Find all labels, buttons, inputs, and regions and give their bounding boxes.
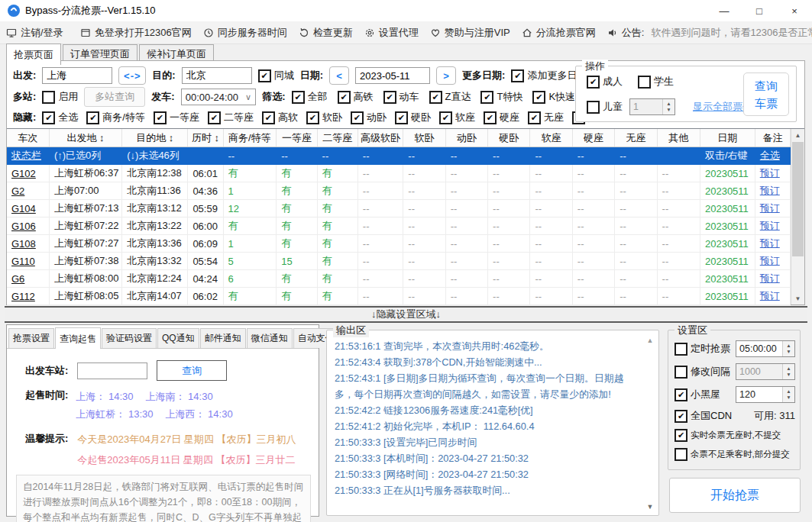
cell-action[interactable]: 预订	[755, 288, 790, 305]
hide-checkbox-2[interactable]: 一等座	[154, 111, 199, 124]
multi-station-enable-checkbox[interactable]: 启用	[42, 90, 78, 104]
dest-input[interactable]	[182, 67, 252, 84]
col-header-other-seat[interactable]: 其他	[657, 129, 700, 147]
cell-action[interactable]: 预订	[755, 182, 790, 200]
scroll-down-icon[interactable]: ▼	[791, 292, 804, 304]
col-header-no-seat[interactable]: 无座	[615, 129, 657, 147]
toolbar-item-0[interactable]: 注销/登录	[6, 26, 63, 40]
date-input[interactable]	[355, 67, 430, 84]
col-header-business-seat[interactable]: 商务/特等	[223, 129, 277, 147]
cell-action[interactable]: 预订	[755, 270, 790, 288]
settings-tab-5[interactable]: 微信通知	[247, 328, 293, 348]
hide-checkbox-1[interactable]: 商务/特等	[86, 111, 145, 124]
toolbar-item-2[interactable]: 同步服务器时间	[203, 26, 287, 40]
station-input[interactable]	[77, 362, 147, 379]
child-count-stepper[interactable]: 1 ▲▼	[629, 98, 675, 115]
col-header-first-seat[interactable]: 一等座	[277, 129, 317, 147]
table-row[interactable]: G104上海虹桥07:13北京南13:1205:5912有有----------…	[7, 200, 791, 218]
col-header-hard-sleeper[interactable]: 硬卧	[488, 129, 530, 147]
table-row[interactable]: G110上海虹桥07:38北京南13:3205:54515有----------…	[7, 253, 791, 270]
hide-checkbox-3[interactable]: 二等座	[208, 111, 254, 124]
swap-stations-button[interactable]: <->	[118, 66, 146, 85]
col-header-soft-sleeper[interactable]: 软卧	[403, 129, 445, 147]
cell-train-no[interactable]: G102	[7, 165, 49, 182]
setting-stepper-1[interactable]: 1000▲▼	[736, 363, 795, 380]
setting-checkbox-3[interactable]: 全国CDN	[675, 409, 732, 423]
close-button[interactable]: ×	[777, 0, 812, 21]
output-scrollbar[interactable]: ▲ ▼	[644, 337, 656, 511]
toolbar-item-3[interactable]: 检查更新	[299, 26, 353, 40]
col-header-arrive-station[interactable]: 目的地 ↕	[122, 129, 188, 147]
table-row[interactable]: G2上海07:00北京南11:3604:361有有---------------…	[7, 182, 791, 200]
setting-checkbox-0[interactable]: 定时抢票	[675, 342, 730, 356]
cell-train-no[interactable]: G112	[7, 288, 49, 305]
col-header-second-seat[interactable]: 二等座	[317, 129, 357, 147]
date-next-button[interactable]: >	[436, 66, 456, 85]
hide-checkbox-0[interactable]: 全选	[42, 111, 78, 124]
cell-train-no[interactable]: G2	[7, 182, 49, 200]
hide-settings-divider[interactable]: ↓隐藏设置区域↓	[5, 306, 807, 323]
main-tab-0[interactable]: 抢票页面	[6, 44, 61, 65]
cell-action[interactable]: 预订	[755, 235, 790, 253]
hide-checkbox-5[interactable]: 软卧	[306, 111, 342, 124]
filter-checkbox-4[interactable]: T特快	[480, 90, 522, 104]
table-row[interactable]: G106上海虹桥07:22北京南13:2206:00有有有-----------…	[7, 218, 791, 235]
table-row[interactable]: G6上海虹桥08:00北京南12:2404:246有有-------------…	[7, 270, 791, 288]
setting-checkbox-5[interactable]: 余票不足乘客时,部分提交	[675, 448, 790, 461]
cell-action[interactable]: 预订	[755, 200, 790, 218]
settings-tab-4[interactable]: 邮件通知	[200, 328, 246, 348]
depart-input[interactable]	[42, 67, 112, 84]
scrollbar-thumb[interactable]	[792, 142, 804, 256]
setting-stepper-2[interactable]: 120▲▼	[736, 386, 795, 403]
cell-train-no[interactable]: G6	[7, 270, 49, 288]
cell-action[interactable]: 预订	[755, 253, 790, 270]
cell-action[interactable]: 预订	[755, 165, 790, 182]
filter-checkbox-3[interactable]: Z直达	[429, 90, 471, 104]
toolbar-item-4[interactable]: 设置代理	[364, 26, 419, 40]
col-header-soft-seat[interactable]: 软座	[530, 129, 572, 147]
minimize-button[interactable]: —	[707, 0, 742, 21]
start-grab-button[interactable]: 开始抢票	[669, 478, 801, 513]
query-tickets-button[interactable]: 查询车票	[743, 72, 789, 116]
depart-time-dropdown[interactable]: 00:00-24:00 ∨	[181, 89, 256, 105]
stepper-arrows[interactable]: ▲▼	[782, 364, 794, 379]
stepper-arrows[interactable]: ▲▼	[662, 99, 675, 114]
maximize-button[interactable]: □	[742, 0, 777, 21]
toolbar-item-7[interactable]: 公告:	[607, 26, 645, 40]
hide-checkbox-9[interactable]: 硬座	[484, 111, 519, 124]
col-header-action[interactable]: 备注	[755, 129, 790, 147]
filter-checkbox-5[interactable]: K快速	[532, 90, 575, 104]
cell-train-no[interactable]: G110	[7, 253, 49, 270]
settings-tab-0[interactable]: 抢票设置	[8, 328, 54, 348]
station-query-button[interactable]: 查询	[157, 360, 227, 381]
hide-checkbox-7[interactable]: 硬卧	[395, 111, 431, 124]
multi-station-query-button[interactable]: 多站查询	[84, 87, 145, 107]
status-cell-action[interactable]: 全选	[755, 147, 790, 165]
settings-tab-1[interactable]: 查询起售	[55, 327, 101, 349]
settings-tab-3[interactable]: QQ通知	[157, 328, 199, 348]
col-header-date[interactable]: 日期	[700, 129, 755, 147]
sale-time-item-3[interactable]: 上海西： 14:30	[166, 406, 233, 422]
col-header-depart-station[interactable]: 出发地 ↕	[49, 129, 121, 147]
setting-checkbox-1[interactable]: 修改间隔	[675, 365, 730, 379]
table-row[interactable]: G102上海虹桥06:37北京南12:3806:01有有有-----------…	[7, 165, 791, 182]
setting-stepper-0[interactable]: 05:00:00▲▼	[736, 340, 795, 357]
sale-time-item-0[interactable]: 上海： 14:30	[76, 388, 133, 404]
child-checkbox[interactable]: 儿童	[587, 100, 623, 114]
scroll-up-icon[interactable]: ▲	[647, 337, 654, 344]
setting-checkbox-4[interactable]: 实时余票无座时,不提交	[675, 429, 781, 442]
scroll-down-icon[interactable]: ▼	[647, 503, 654, 511]
col-header-duration[interactable]: 历时 ↕	[188, 129, 223, 147]
col-header-motor-sleeper[interactable]: 动卧	[445, 129, 487, 147]
filter-checkbox-1[interactable]: 高铁	[338, 90, 374, 104]
sale-time-item-1[interactable]: 上海南： 14:30	[146, 388, 213, 404]
toolbar-item-1[interactable]: 免登录打开12306官网	[80, 26, 192, 40]
toolbar-item-6[interactable]: 分流抢票官网	[522, 26, 596, 40]
table-row[interactable]: G112上海虹桥08:05北京南14:0706:02有有有-----------…	[7, 288, 791, 305]
adult-checkbox[interactable]: 成人	[587, 75, 623, 89]
hide-checkbox-8[interactable]: 软座	[439, 111, 475, 124]
settings-tab-2[interactable]: 验证码设置	[102, 328, 157, 348]
hide-checkbox-10[interactable]: 无座	[528, 111, 564, 124]
col-header-hard-seat[interactable]: 硬座	[572, 129, 614, 147]
scroll-up-icon[interactable]: ▲	[791, 129, 804, 141]
